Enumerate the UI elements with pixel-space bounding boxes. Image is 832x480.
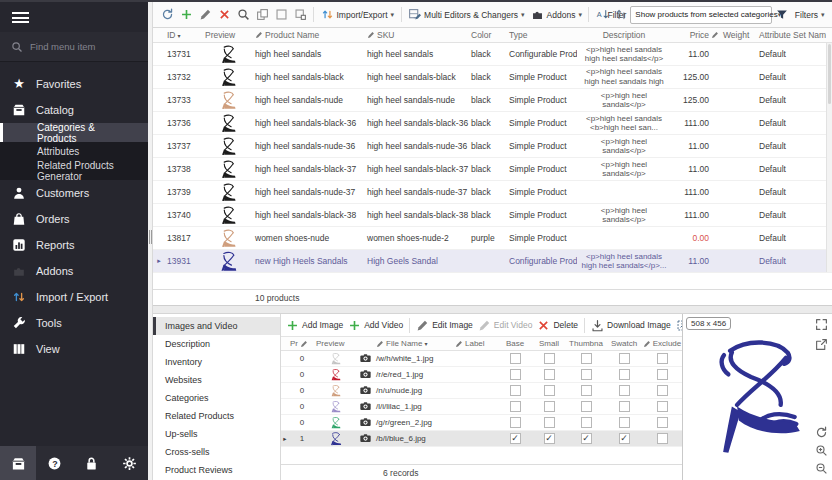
cell-color[interactable]: black (469, 187, 507, 197)
image-row[interactable]: 0/r/e/red_1.jpg (281, 367, 682, 383)
thumbnail-checkbox[interactable]: ✓ (581, 433, 592, 444)
cell-sku[interactable]: high heel sandals-nude-36 (365, 141, 469, 151)
cell-file-name[interactable]: /l/i/lilac_1.jpg (375, 402, 454, 411)
product-row[interactable]: 13738high heel sandals-black-37high heel… (153, 158, 832, 181)
tab-up-sells[interactable]: Up-sells (153, 425, 280, 443)
thumbnail-checkbox[interactable] (581, 385, 592, 396)
cell-color[interactable]: black (469, 118, 507, 128)
cell-price[interactable]: 11.00 (671, 256, 721, 266)
sidebar-item-orders[interactable]: Orders (0, 206, 148, 232)
cell-attribute-set[interactable]: Default (757, 164, 832, 174)
cell-color[interactable]: black (469, 210, 507, 220)
cell-attribute-set[interactable]: Default (757, 256, 832, 266)
base-checkbox[interactable] (510, 417, 521, 428)
zoom-in-icon[interactable] (815, 444, 828, 457)
cell-color[interactable]: black (469, 164, 507, 174)
cell-product-name[interactable]: high heel sandals-black (253, 72, 365, 82)
column-header-base[interactable]: Base (498, 339, 532, 348)
row-marker[interactable]: ▸ (281, 435, 289, 443)
cell-sku[interactable]: high heel sandals (365, 49, 469, 59)
cell-priority[interactable]: 0 (289, 402, 315, 411)
column-header-product-name[interactable]: Product Name (253, 30, 365, 40)
column-header-sku[interactable]: SKU (365, 30, 469, 40)
cell-price[interactable]: 125.00 (671, 95, 721, 105)
cell-type[interactable]: Configurable Product (507, 49, 577, 59)
cell-color[interactable]: black (469, 72, 507, 82)
cell-type[interactable]: Simple Product (507, 233, 577, 243)
set-resize-rule-button[interactable]: Set Resize Rule (674, 316, 682, 335)
cell-preview[interactable] (203, 205, 253, 225)
cell-product-name[interactable]: high heel sandals-black-36 (253, 118, 365, 128)
image-row[interactable]: 0/w/h/white_1.jpg (281, 351, 682, 367)
cell-price[interactable]: 11.00 (671, 49, 721, 59)
cell-type[interactable]: Simple Product (507, 210, 577, 220)
cell-attribute-set[interactable]: Default (757, 233, 832, 243)
cell-price[interactable]: 11.00 (671, 164, 721, 174)
cell-description[interactable]: <p>high heel sandals high heel sandals</… (577, 252, 671, 271)
cell-product-name[interactable]: high heel sandals-nude (253, 95, 365, 105)
tab-categories[interactable]: Categories (153, 389, 280, 407)
delete-image-button[interactable]: Delete (535, 316, 580, 335)
exclude-checkbox[interactable] (657, 369, 668, 380)
cell-description[interactable]: <p>high heel sandals <b>high heel san... (577, 114, 671, 133)
small-checkbox[interactable]: ✓ (544, 433, 555, 444)
cell-preview[interactable] (315, 352, 355, 365)
cell-priority[interactable]: 1 (289, 434, 315, 443)
column-header-id[interactable]: ID▾ (165, 30, 203, 40)
cell-preview[interactable] (203, 44, 253, 64)
cell-preview[interactable] (203, 136, 253, 156)
swatch-checkbox[interactable] (619, 369, 630, 380)
cell-id[interactable]: 13740 (165, 210, 203, 220)
tab-related-products[interactable]: Related Products (153, 407, 280, 425)
select-products-button[interactable] (272, 5, 290, 24)
thumbnail-checkbox[interactable] (581, 417, 592, 428)
cell-preview[interactable] (203, 113, 253, 133)
column-header-pr[interactable]: Pr (289, 339, 315, 348)
cell-id[interactable]: 13817 (165, 233, 203, 243)
cell-sku[interactable]: women shoes-nude-2 (365, 233, 469, 243)
small-checkbox[interactable] (544, 401, 555, 412)
cell-description[interactable]: <p>high heel sandals</p> (577, 160, 671, 179)
cell-attribute-set[interactable]: Default (757, 49, 832, 59)
refresh-button[interactable] (158, 5, 176, 24)
product-row[interactable]: 13733high heel sandals-nudehigh heel san… (153, 89, 832, 112)
cell-product-name[interactable]: new High Heels Sandals (253, 256, 365, 266)
base-checkbox[interactable] (510, 369, 521, 380)
cell-attribute-set[interactable]: Default (757, 118, 832, 128)
product-row[interactable]: 13739high heel sandals-nude-37high heel … (153, 181, 832, 204)
thumbnail-checkbox[interactable] (581, 353, 592, 364)
column-header-type[interactable]: Type (507, 30, 577, 40)
column-header-exclude[interactable]: Exclude (642, 339, 682, 348)
cell-price[interactable]: 111.00 (671, 187, 721, 197)
find-product-button[interactable] (234, 5, 252, 24)
base-checkbox[interactable] (510, 401, 521, 412)
edit-product-button[interactable] (196, 5, 214, 24)
filters-button[interactable]: Filters ▾ (792, 5, 827, 24)
sidebar-item-view[interactable]: View (0, 336, 148, 362)
cell-attribute-set[interactable]: Default (757, 187, 832, 197)
small-checkbox[interactable] (544, 353, 555, 364)
cell-preview[interactable] (315, 368, 355, 381)
scrollbar-thumb[interactable] (828, 44, 831, 104)
column-header-small[interactable]: Small (532, 339, 566, 348)
cell-sku[interactable]: high heel sandals-nude-37 (365, 187, 469, 197)
exclude-checkbox[interactable] (657, 401, 668, 412)
copy-product-button[interactable] (253, 5, 271, 24)
cell-attribute-set[interactable]: Default (757, 95, 832, 105)
product-row[interactable]: 13732high heel sandals-blackhigh heel sa… (153, 66, 832, 89)
cell-color[interactable]: black (469, 49, 507, 59)
cell-attribute-set[interactable]: Default (757, 72, 832, 82)
archive-box-button[interactable] (0, 446, 36, 480)
multi-editors-menu-button[interactable]: Multi Editors & Changers▾ (406, 5, 528, 24)
product-row[interactable]: 13740high heel sandals-black-38high heel… (153, 204, 832, 227)
column-header-thumbna[interactable]: Thumbna (566, 339, 606, 348)
open-external-icon[interactable] (815, 338, 828, 351)
cell-description[interactable]: <p>high heel sandals</p> (577, 91, 671, 110)
cell-id[interactable]: 13739 (165, 187, 203, 197)
cell-preview[interactable] (315, 384, 355, 397)
cell-description[interactable]: <p>high heel sandals</p> (577, 137, 671, 156)
product-row[interactable]: 13731high heel sandalshigh heel sandalsb… (153, 43, 832, 66)
swatch-checkbox[interactable]: ✓ (619, 433, 630, 444)
sidebar-item-categories-products[interactable]: Categories & Products (0, 123, 148, 142)
cell-type[interactable]: Simple Product (507, 72, 577, 82)
